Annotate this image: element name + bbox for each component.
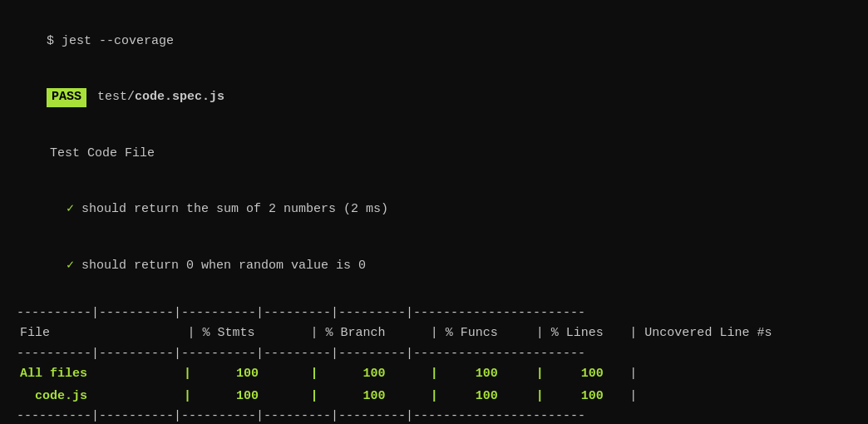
cell-codejs-stmts: | 100: [154, 386, 281, 408]
cell-allfiles-uncovered: |: [619, 363, 851, 386]
table-row-allfiles: All files | 100 | 100 | 100 | 100 |: [17, 363, 851, 386]
test-item-1: ✓ should return the sum of 2 numbers (2 …: [37, 182, 851, 239]
header-funcs: | % Funcs: [407, 323, 513, 345]
pass-badge: PASS: [47, 88, 86, 107]
header-file: File: [17, 323, 154, 345]
header-branch: | % Branch: [281, 323, 408, 345]
table-header-row: File | % Stmts | % Branch | % Funcs | % …: [17, 323, 851, 345]
terminal: $ jest --coverage PASS test/code.spec.js…: [17, 13, 851, 424]
checkmark-1: ✓: [67, 202, 74, 216]
cell-codejs-branch: | 100: [281, 386, 408, 408]
header-stmts: | % Stmts: [154, 323, 281, 345]
cell-codejs-uncovered: |: [619, 386, 851, 408]
cell-codejs-funcs: | 100: [407, 386, 513, 408]
cell-allfiles-lines: | 100: [513, 363, 619, 386]
header-uncovered: | Uncovered Line #s: [619, 323, 851, 345]
suite-name: Test Code File: [20, 126, 851, 182]
command-text: $ jest --coverage: [47, 34, 174, 48]
test-desc-2: should return 0 when random value is 0: [74, 259, 366, 273]
cell-codejs-name: code.js: [17, 386, 154, 408]
test-item-2: ✓ should return 0 when random value is 0: [37, 238, 851, 294]
table-row-codejs: code.js | 100 | 100 | 100 | 100 |: [17, 386, 851, 408]
suite-name-text: Test Code File: [50, 146, 155, 160]
checkmark-2: ✓: [67, 259, 74, 273]
cell-allfiles-funcs: | 100: [407, 363, 513, 386]
cell-allfiles-stmts: | 100: [154, 363, 281, 386]
cell-allfiles-name: All files: [17, 363, 154, 386]
cell-allfiles-branch: | 100: [281, 363, 408, 386]
divider-mid: ----------|----------|----------|-------…: [17, 345, 851, 364]
command-line: $ jest --coverage: [17, 13, 851, 70]
spec-file-prefix: test/: [90, 90, 135, 104]
spec-file-bold: code.spec.js: [135, 90, 224, 104]
header-lines: | % Lines: [513, 323, 619, 345]
divider-bottom: ----------|----------|----------|-------…: [17, 407, 851, 424]
cell-codejs-lines: | 100: [513, 386, 619, 408]
coverage-table: ----------|----------|----------|-------…: [17, 304, 851, 425]
pass-line: PASS test/code.spec.js: [17, 70, 851, 126]
test-desc-1: should return the sum of 2 numbers (2 ms…: [74, 202, 388, 216]
divider-top: ----------|----------|----------|-------…: [17, 304, 851, 323]
